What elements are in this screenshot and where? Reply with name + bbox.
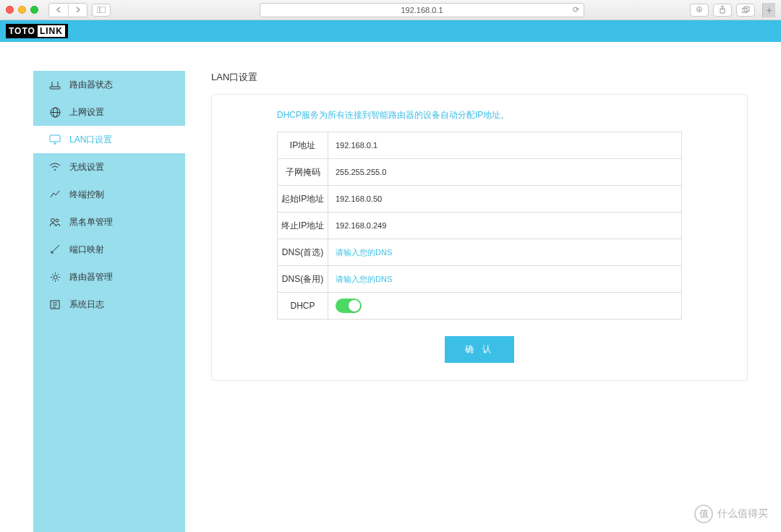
share-button[interactable] [713, 4, 732, 17]
browser-chrome: 192.168.0.1 ⟳ + [0, 0, 781, 20]
toggle-knob [349, 300, 360, 312]
content-area: LAN口设置 DHCP服务为所有连接到智能路由器的设备自动分配IP地址。 IP地… [211, 71, 748, 532]
page-title: LAN口设置 [211, 71, 748, 84]
label-ip: IP地址 [277, 132, 328, 159]
row-dns1: DNS(首选) [277, 239, 682, 266]
input-wrap-dns1 [328, 239, 682, 266]
label-dns2: DNS(备用) [277, 265, 328, 293]
minimize-window-button[interactable] [18, 6, 26, 14]
svg-rect-12 [50, 135, 60, 142]
tools-icon [49, 244, 61, 255]
input-wrap-ip [328, 132, 682, 159]
input-wrap-mask [328, 158, 682, 186]
svg-rect-0 [97, 7, 106, 13]
label-mask: 子网掩码 [277, 158, 328, 186]
browser-right-controls [690, 4, 755, 17]
svg-rect-6 [50, 87, 60, 89]
input-wrap-dns2 [328, 265, 682, 293]
label-dns1: DNS(首选) [277, 239, 328, 266]
input-wrap-dhcp [328, 292, 682, 319]
new-tab-button[interactable]: + [762, 3, 775, 17]
input-ip[interactable] [336, 141, 674, 150]
sidebar-item-port-forwarding[interactable]: 端口映射 [33, 236, 185, 263]
wifi-icon [49, 161, 61, 173]
sidebar-item-label: 系统日志 [69, 299, 104, 311]
sidebar-item-client-control[interactable]: 终端控制 [33, 181, 185, 208]
sidebar-item-label: 终端控制 [69, 189, 104, 201]
sidebar: 路由器状态 上网设置 LAN口设置 无线设置 终端控制 [33, 71, 185, 532]
brand-logo: TOTO LINK [6, 24, 68, 38]
sidebar-toggle-button[interactable] [92, 4, 111, 17]
submit-row: 确 认 [277, 336, 682, 363]
sidebar-item-label: 路由器管理 [69, 271, 113, 283]
back-button[interactable] [49, 4, 68, 17]
logo-toto: TOTO [9, 26, 35, 36]
log-icon [49, 299, 61, 310]
label-dhcp: DHCP [277, 292, 328, 319]
sidebar-item-label: 无线设置 [69, 161, 104, 173]
input-wrap-end-ip [328, 212, 682, 239]
row-end-ip: 终止IP地址 [277, 212, 682, 239]
sidebar-item-label: 路由器状态 [69, 79, 113, 91]
logo-link: LINK [38, 25, 65, 37]
input-start-ip[interactable] [336, 194, 674, 203]
tabs-button[interactable] [736, 4, 755, 17]
gear-icon [49, 271, 61, 283]
input-end-ip[interactable] [336, 221, 674, 230]
info-text: DHCP服务为所有连接到智能路由器的设备自动分配IP地址。 [277, 109, 682, 121]
sidebar-item-lan-settings[interactable]: LAN口设置 [33, 126, 185, 153]
sidebar-item-label: 上网设置 [69, 106, 104, 119]
nav-back-forward [48, 3, 88, 17]
svg-point-16 [51, 218, 55, 222]
app-header: TOTO LINK [0, 20, 781, 42]
sidebar-item-label: LAN口设置 [69, 134, 112, 146]
url-bar[interactable]: 192.168.0.1 ⟳ [260, 3, 584, 17]
settings-panel: DHCP服务为所有连接到智能路由器的设备自动分配IP地址。 IP地址 子网掩码 … [211, 94, 748, 381]
monitor-icon [49, 134, 61, 145]
input-mask[interactable] [336, 168, 674, 176]
sidebar-item-blacklist[interactable]: 黑名单管理 [33, 208, 185, 236]
label-end-ip: 终止IP地址 [277, 212, 328, 239]
page-body: 路由器状态 上网设置 LAN口设置 无线设置 终端控制 [0, 42, 781, 532]
users-icon [49, 216, 61, 228]
row-ip: IP地址 [277, 132, 682, 159]
reload-icon[interactable]: ⟳ [573, 5, 579, 14]
svg-point-18 [54, 275, 57, 279]
submit-button[interactable]: 确 认 [445, 336, 513, 363]
watermark-text: 什么值得买 [717, 507, 768, 520]
input-wrap-start-ip [328, 185, 682, 213]
dhcp-toggle[interactable] [336, 299, 362, 313]
sidebar-item-system-log[interactable]: 系统日志 [33, 291, 185, 318]
input-dns2[interactable] [336, 275, 674, 283]
sidebar-item-wan-settings[interactable]: 上网设置 [33, 98, 185, 126]
window-controls [6, 6, 38, 14]
row-mask: 子网掩码 [277, 158, 682, 186]
forward-button[interactable] [68, 4, 87, 17]
maximize-window-button[interactable] [30, 6, 38, 14]
sidebar-item-label: 黑名单管理 [69, 216, 113, 228]
sidebar-item-router-admin[interactable]: 路由器管理 [33, 263, 185, 291]
watermark: 值 什么值得买 [694, 505, 768, 523]
globe-icon [49, 106, 61, 118]
svg-point-15 [54, 169, 56, 171]
input-dns1[interactable] [336, 248, 674, 257]
sidebar-item-label: 端口映射 [69, 244, 104, 256]
row-dhcp: DHCP [277, 292, 682, 319]
watermark-icon: 值 [694, 505, 713, 523]
sidebar-item-router-status[interactable]: 路由器状态 [33, 71, 185, 98]
close-window-button[interactable] [6, 6, 14, 14]
chart-icon [49, 189, 61, 200]
svg-point-17 [56, 219, 59, 222]
url-text: 192.168.0.1 [401, 6, 443, 14]
sidebar-item-wireless[interactable]: 无线设置 [33, 153, 185, 181]
row-start-ip: 起始IP地址 [277, 185, 682, 213]
row-dns2: DNS(备用) [277, 265, 682, 293]
label-start-ip: 起始IP地址 [277, 185, 328, 213]
router-status-icon [49, 79, 61, 90]
downloads-button[interactable] [690, 4, 709, 17]
